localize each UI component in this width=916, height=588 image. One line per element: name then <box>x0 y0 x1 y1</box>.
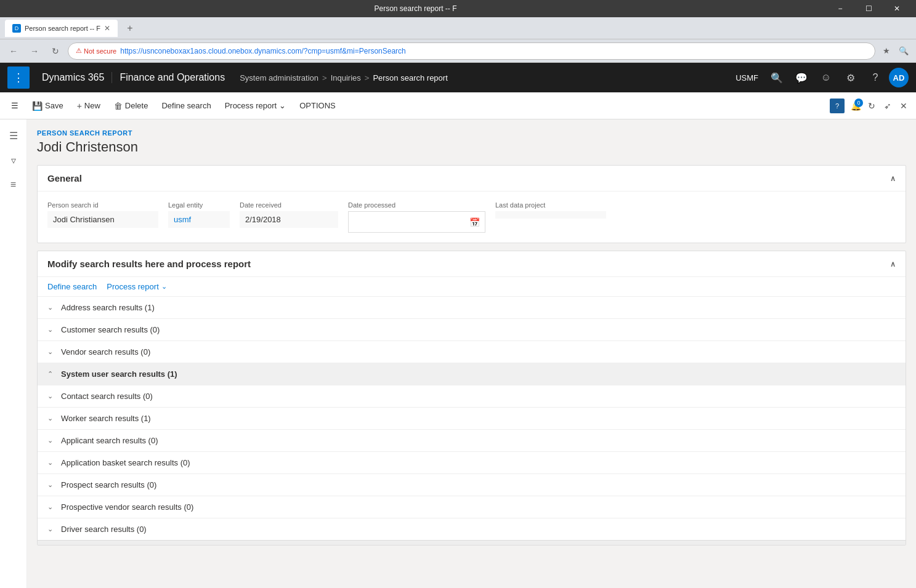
general-card-body: Person search id Jodi Christiansen Legal… <box>38 191 906 243</box>
close-panel-icon[interactable]: ✕ <box>896 99 911 113</box>
title-bar: Person search report -- F − ☐ ✕ <box>0 0 916 17</box>
accordion-row-3[interactable]: ⌃ System user search results (1) <box>38 363 906 385</box>
close-button[interactable]: ✕ <box>883 0 911 17</box>
new-tab-button[interactable]: + <box>123 21 137 36</box>
person-search-id-label: Person search id <box>47 201 158 209</box>
accordion-chevron-10: ⌄ <box>47 525 56 533</box>
date-processed-field: Date processed 📅 <box>348 201 485 233</box>
accordion-chevron-5: ⌄ <box>47 414 56 422</box>
process-report-link[interactable]: Process report <box>107 282 159 291</box>
date-received-label: Date received <box>240 201 338 209</box>
accordion-row-1[interactable]: ⌄ Customer search results (0) <box>38 319 906 341</box>
accordion-label-6: Applicant search results (0) <box>61 436 158 445</box>
save-button[interactable]: 💾 Save <box>26 97 70 115</box>
sidebar-list-icon[interactable]: ≡ <box>2 174 25 196</box>
accordion-chevron-9: ⌄ <box>47 503 56 511</box>
accordion-chevron-8: ⌄ <box>47 481 56 489</box>
refresh-icon[interactable]: ↻ <box>864 99 879 113</box>
address-bar-row: ← → ↻ ⚠ Not secure https://usnconeboxax1… <box>0 39 916 63</box>
accordion-row-0[interactable]: ⌄ Address search results (1) <box>38 297 906 319</box>
calendar-icon[interactable]: 📅 <box>469 217 480 227</box>
accordion-row-10[interactable]: ⌄ Driver search results (0) <box>38 518 906 540</box>
last-data-project-label: Last data project <box>495 201 606 209</box>
window-title: Person search report -- F <box>5 4 826 13</box>
options-button[interactable]: OPTIONS <box>293 97 342 114</box>
back-button[interactable]: ← <box>5 42 22 60</box>
breadcrumb-chevron-1: > <box>322 73 327 83</box>
new-icon: + <box>77 101 82 111</box>
address-bar[interactable]: ⚠ Not secure https://usnconeboxax1aos.cl… <box>68 42 875 60</box>
accordion-chevron-1: ⌄ <box>47 326 56 334</box>
notification-count: 0 <box>854 99 863 107</box>
accordion-row-5[interactable]: ⌄ Worker search results (1) <box>38 408 906 430</box>
accordion-chevron-2: ⌄ <box>47 348 56 356</box>
hamburger-menu-button[interactable]: ☰ <box>5 97 25 114</box>
legal-entity-value[interactable]: usmf <box>168 211 230 228</box>
delete-button[interactable]: 🗑 Delete <box>108 97 155 115</box>
nav-settings-icon[interactable]: ⚙ <box>840 66 862 89</box>
company-label: USMF <box>736 73 758 83</box>
general-card-header: General ∧ <box>38 166 906 191</box>
accordion-label-4: Contact search results (0) <box>61 392 153 401</box>
nav-chat-icon[interactable]: 💬 <box>790 66 813 89</box>
accordion-row-7[interactable]: ⌄ Application basket search results (0) <box>38 452 906 474</box>
legal-entity-label: Legal entity <box>168 201 230 209</box>
person-search-id-value: Jodi Christiansen <box>47 211 158 228</box>
app-grid-icon[interactable]: ⋮ <box>7 66 30 89</box>
minimize-button[interactable]: − <box>826 0 854 17</box>
process-report-dropdown-icon[interactable]: ⌄ <box>161 283 167 291</box>
close-tab-icon[interactable]: ✕ <box>104 24 110 33</box>
process-report-link-group: Process report ⌄ <box>107 282 167 291</box>
horizontal-scrollbar[interactable] <box>38 540 906 545</box>
hamburger-icon: ☰ <box>11 101 18 110</box>
reload-button[interactable]: ↻ <box>47 42 64 60</box>
date-received-value: 2/19/2018 <box>240 211 338 228</box>
accordion-row-8[interactable]: ⌄ Prospect search results (0) <box>38 474 906 496</box>
url-text: https://usnconeboxax1aos.cloud.onebox.dy… <box>120 47 406 55</box>
define-search-button[interactable]: Define search <box>155 97 217 114</box>
accordion-container: ⌄ Address search results (1) ⌄ Customer … <box>38 297 906 540</box>
forward-button[interactable]: → <box>26 42 43 60</box>
notifications-icon[interactable]: 🔔 0 <box>848 99 863 113</box>
tab-title: Person search report -- F <box>25 25 100 32</box>
help-panel-icon[interactable]: ? <box>830 99 845 113</box>
bookmark-icon[interactable]: ★ <box>879 44 894 58</box>
breadcrumb-chevron-2: > <box>365 73 370 83</box>
fullscreen-icon[interactable]: ➶ <box>880 99 895 113</box>
general-collapse-icon[interactable]: ∧ <box>890 174 896 183</box>
accordion-row-4[interactable]: ⌄ Contact search results (0) <box>38 385 906 408</box>
sidebar-filter-icon[interactable]: ▿ <box>2 149 25 171</box>
date-processed-input[interactable] <box>354 214 467 230</box>
general-card-title: General <box>47 173 82 183</box>
accordion-label-7: Application basket search results (0) <box>61 458 190 467</box>
main-layout: ☰ ▿ ≡ PERSON SEARCH REPORT Jodi Christen… <box>0 119 916 588</box>
maximize-button[interactable]: ☐ <box>854 0 883 17</box>
delete-icon: 🗑 <box>114 101 123 111</box>
nav-search-icon[interactable]: 🔍 <box>766 66 788 89</box>
last-data-project-value <box>495 211 606 219</box>
process-report-dropdown-button[interactable]: Process report ⌄ <box>219 97 293 114</box>
accordion-row-9[interactable]: ⌄ Prospective vendor search results (0) <box>38 496 906 518</box>
breadcrumb-inquiries[interactable]: Inquiries <box>331 73 361 83</box>
new-button[interactable]: + New <box>71 97 107 115</box>
results-collapse-icon[interactable]: ∧ <box>890 260 896 268</box>
search-address-icon[interactable]: 🔍 <box>896 44 911 58</box>
nav-help-icon[interactable]: ? <box>864 66 886 89</box>
person-search-id-field: Person search id Jodi Christiansen <box>47 201 158 233</box>
date-processed-input-group: 📅 <box>348 211 485 233</box>
page-tag: PERSON SEARCH REPORT <box>37 129 906 137</box>
define-search-link[interactable]: Define search <box>47 282 97 291</box>
breadcrumb-sysadmin[interactable]: System administration <box>240 73 318 83</box>
accordion-chevron-3: ⌃ <box>47 370 56 378</box>
address-bar-icons: ★ 🔍 <box>879 44 911 58</box>
d365-brand: Dynamics 365 <box>34 72 112 83</box>
nav-smiley-icon[interactable]: ☺ <box>815 66 837 89</box>
accordion-label-2: Vendor search results (0) <box>61 347 150 356</box>
user-avatar[interactable]: AD <box>889 68 909 87</box>
accordion-row-6[interactable]: ⌄ Applicant search results (0) <box>38 430 906 452</box>
date-received-field: Date received 2/19/2018 <box>240 201 338 233</box>
sidebar-nav-icon[interactable]: ☰ <box>2 124 25 147</box>
active-tab[interactable]: D Person search report -- F ✕ <box>5 20 118 37</box>
results-card: Modify search results here and process r… <box>37 251 906 546</box>
accordion-row-2[interactable]: ⌄ Vendor search results (0) <box>38 341 906 363</box>
